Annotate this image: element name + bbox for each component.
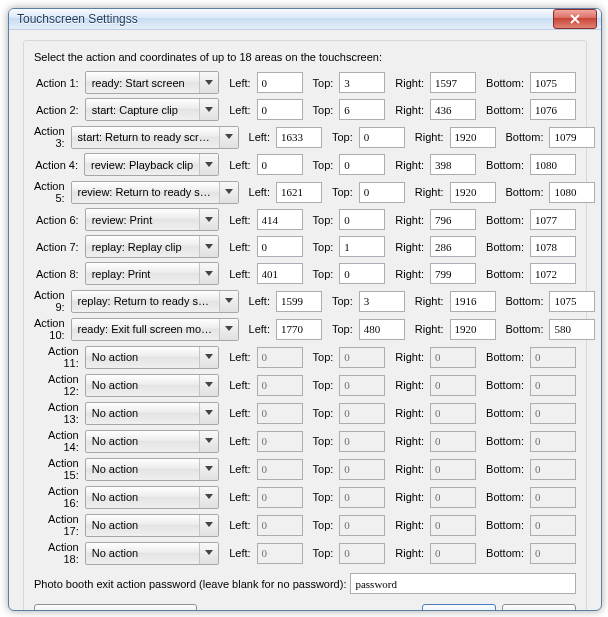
right-label: Right: — [389, 547, 426, 559]
action-select-value: start: Return to ready screen — [72, 131, 219, 143]
left-input-4[interactable] — [257, 154, 303, 175]
top-label: Top: — [326, 295, 355, 307]
action-select-value: No action — [86, 407, 199, 419]
bottom-input-5[interactable] — [549, 182, 595, 203]
show-edit-areas-button[interactable]: Show/edit touchscreen areas... — [34, 604, 197, 611]
top-input-7[interactable] — [339, 236, 385, 257]
bottom-input-15 — [530, 459, 576, 480]
action-select-11[interactable]: No action — [85, 346, 219, 369]
action-select-2[interactable]: start: Capture clip — [85, 98, 219, 121]
left-input-10[interactable] — [276, 319, 322, 340]
dialog-window: Touchscreen Settingss Select the action … — [8, 8, 602, 611]
right-input-5[interactable] — [450, 182, 496, 203]
top-input-2[interactable] — [339, 99, 385, 120]
left-label: Left: — [223, 241, 252, 253]
right-label: Right: — [409, 131, 446, 143]
top-input-4[interactable] — [339, 154, 385, 175]
action-select-5[interactable]: review: Return to ready screen — [71, 181, 239, 204]
action-select-7[interactable]: replay: Replay clip — [85, 235, 219, 258]
bottom-label: Bottom: — [480, 214, 526, 226]
chevron-down-icon — [199, 403, 218, 424]
action-select-8[interactable]: replay: Print — [85, 262, 219, 285]
left-label: Left: — [223, 407, 252, 419]
left-label: Left: — [223, 491, 252, 503]
bottom-input-10[interactable] — [549, 319, 595, 340]
ok-button[interactable]: OK — [422, 604, 496, 611]
right-input-4[interactable] — [430, 154, 476, 175]
left-input-3[interactable] — [276, 127, 322, 148]
top-input-15 — [339, 459, 385, 480]
top-input-9[interactable] — [359, 291, 405, 312]
right-input-7[interactable] — [430, 236, 476, 257]
cancel-button[interactable]: Cancel — [502, 604, 576, 611]
right-input-8[interactable] — [430, 263, 476, 284]
top-input-3[interactable] — [359, 127, 405, 148]
action-select-value: No action — [86, 463, 199, 475]
action-select-1[interactable]: ready: Start screen — [85, 71, 219, 94]
left-input-6[interactable] — [257, 209, 303, 230]
action-select-4[interactable]: review: Playback clip — [84, 153, 219, 176]
right-input-15 — [430, 459, 476, 480]
action-select-17[interactable]: No action — [85, 514, 219, 537]
left-input-5[interactable] — [276, 182, 322, 203]
left-label: Left: — [223, 77, 252, 89]
top-input-8[interactable] — [339, 263, 385, 284]
top-input-5[interactable] — [359, 182, 405, 203]
top-input-11 — [339, 347, 385, 368]
action-row-13: Action 13:No actionLeft:Top:Right:Bottom… — [34, 401, 576, 425]
top-input-1[interactable] — [339, 72, 385, 93]
bottom-input-3[interactable] — [549, 127, 595, 148]
right-input-10[interactable] — [450, 319, 496, 340]
bottom-input-1[interactable] — [530, 72, 576, 93]
left-input-15 — [257, 459, 303, 480]
action-select-10[interactable]: ready: Exit full screen mode — [71, 318, 239, 341]
bottom-label: Bottom: — [500, 323, 546, 335]
close-button[interactable] — [553, 9, 597, 29]
right-label: Right: — [389, 241, 426, 253]
top-input-10[interactable] — [359, 319, 405, 340]
top-input-6[interactable] — [339, 209, 385, 230]
action-label: Action 8: — [34, 268, 81, 280]
action-select-value: review: Print — [86, 214, 199, 226]
left-label: Left: — [243, 131, 272, 143]
right-input-6[interactable] — [430, 209, 476, 230]
action-select-3[interactable]: start: Return to ready screen — [71, 126, 239, 149]
top-label: Top: — [307, 491, 336, 503]
left-label: Left: — [223, 379, 252, 391]
right-input-9[interactable] — [450, 291, 496, 312]
bottom-input-2[interactable] — [530, 99, 576, 120]
bottom-input-6[interactable] — [530, 209, 576, 230]
action-select-15[interactable]: No action — [85, 458, 219, 481]
right-input-2[interactable] — [430, 99, 476, 120]
bottom-input-4[interactable] — [530, 154, 576, 175]
left-label: Left: — [223, 463, 252, 475]
password-input[interactable] — [350, 573, 576, 594]
action-select-12[interactable]: No action — [85, 374, 219, 397]
right-input-16 — [430, 487, 476, 508]
action-label: Action 4: — [34, 159, 80, 171]
action-select-16[interactable]: No action — [85, 486, 219, 509]
top-label: Top: — [307, 241, 336, 253]
right-input-17 — [430, 515, 476, 536]
action-select-9[interactable]: replay: Return to ready screen — [71, 290, 239, 313]
right-input-1[interactable] — [430, 72, 476, 93]
right-input-3[interactable] — [450, 127, 496, 148]
action-select-18[interactable]: No action — [85, 542, 219, 565]
left-input-1[interactable] — [257, 72, 303, 93]
action-select-13[interactable]: No action — [85, 402, 219, 425]
left-input-2[interactable] — [257, 99, 303, 120]
action-select-14[interactable]: No action — [85, 430, 219, 453]
left-input-7[interactable] — [257, 236, 303, 257]
bottom-input-9[interactable] — [549, 291, 595, 312]
bottom-input-8[interactable] — [530, 263, 576, 284]
chevron-down-icon — [199, 72, 218, 93]
action-row-11: Action 11:No actionLeft:Top:Right:Bottom… — [34, 345, 576, 369]
bottom-input-18 — [530, 543, 576, 564]
action-select-6[interactable]: review: Print — [85, 208, 219, 231]
left-input-9[interactable] — [276, 291, 322, 312]
chevron-down-icon — [199, 236, 218, 257]
chevron-down-icon — [199, 99, 218, 120]
left-input-8[interactable] — [257, 263, 303, 284]
top-label: Top: — [307, 435, 336, 447]
bottom-input-7[interactable] — [530, 236, 576, 257]
